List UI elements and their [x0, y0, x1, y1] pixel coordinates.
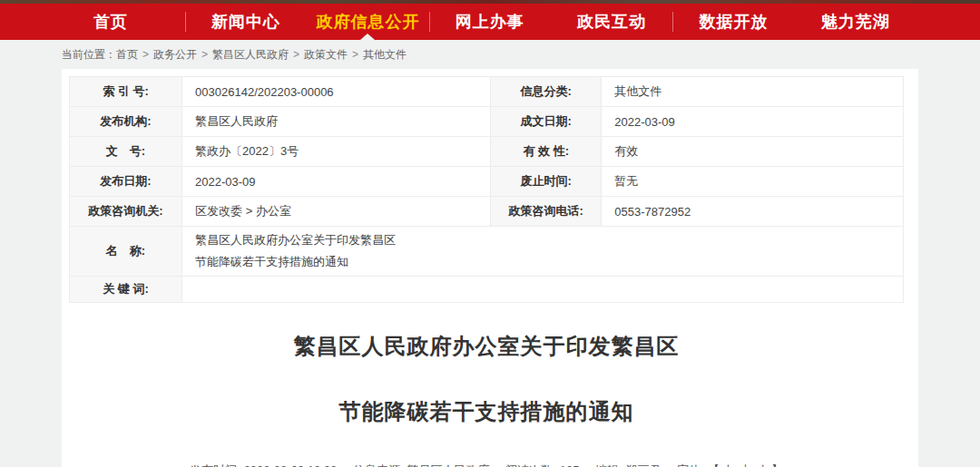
breadcrumb-label: 当前位置：	[62, 47, 116, 63]
meta-publish-time-label: 发布时间:	[190, 463, 240, 467]
nav-item-label: 首页	[93, 11, 128, 33]
field-label-keywords: 关 键 词:	[70, 277, 182, 303]
font-size-medium-button[interactable]: 中	[740, 463, 751, 467]
document-name-line1: 繁昌区人民政府办公室关于印发繁昌区	[195, 229, 890, 251]
nav-item-label: 魅力芜湖	[821, 11, 890, 33]
font-size-bracket-open: 【	[708, 463, 720, 467]
info-row: 发布机构: 繁昌区人民政府 成文日期: 2022-03-09	[70, 107, 904, 137]
nav-item-open-data[interactable]: 数据开放	[672, 4, 794, 40]
publish-meta-line: 发布时间:2022-03-09 10:22 信息来源:繁昌区人民政府 阅读次数:…	[69, 462, 904, 467]
document-title-line1: 繁昌区人民政府办公室关于印发繁昌区	[69, 332, 904, 361]
field-label-publish-date: 发布日期:	[70, 167, 182, 197]
font-size-bracket-close: 】	[771, 463, 783, 467]
nav-item-home[interactable]: 首页	[36, 4, 185, 40]
meta-editor-value: 郑丽君	[626, 463, 662, 467]
font-size-label: 字体:	[677, 463, 704, 467]
nav-item-label: 网上办事	[456, 11, 524, 33]
field-value-written-date: 2022-03-09	[602, 107, 904, 137]
field-value-consult-phone: 0553-7872952	[602, 197, 904, 227]
meta-source-value: 繁昌区人民政府	[407, 463, 490, 467]
nav-item-news-center[interactable]: 新闻中心	[185, 4, 307, 40]
nav-item-charming-wuhu[interactable]: 魅力芜湖	[795, 4, 916, 40]
meta-editor: 编辑:郑丽君	[595, 463, 664, 467]
breadcrumb-item-fanchang-gov[interactable]: 繁昌区人民政府	[212, 47, 289, 63]
breadcrumb-separator: >	[201, 48, 208, 61]
info-row: 政策咨询机关: 区发改委 > 办公室 政策咨询电话: 0553-7872952	[70, 197, 904, 227]
nav-item-label: 政府信息公开	[316, 11, 419, 33]
field-value-keywords	[182, 277, 904, 303]
field-label-document-name: 名 称:	[70, 227, 182, 277]
field-label-doc-number: 文 号:	[70, 137, 182, 167]
meta-view-count-label: 阅读次数:	[505, 463, 556, 467]
field-value-issuing-agency: 繁昌区人民政府	[182, 107, 491, 137]
meta-editor-label: 编辑:	[595, 463, 622, 467]
info-row: 发布日期: 2022-03-09 废止时间: 暂无	[70, 167, 904, 197]
font-size-small-button[interactable]: 小	[757, 463, 769, 467]
breadcrumb-item-home[interactable]: 首页	[116, 47, 138, 63]
nav-item-label: 政民互动	[577, 11, 646, 33]
document-name-line2: 节能降碳若干支持措施的通知	[195, 251, 890, 273]
breadcrumb: 当前位置： 首页 > 政务公开 > 繁昌区人民政府 > 政策文件 > 其他文件	[0, 40, 980, 69]
meta-view-count: 阅读次数:135	[505, 463, 583, 467]
field-value-index-number: 003026142/202203-00006	[182, 77, 491, 107]
field-label-validity: 有 效 性:	[491, 137, 602, 167]
meta-publish-time: 发布时间:2022-03-09 10:22	[190, 463, 340, 467]
field-value-publish-date: 2022-03-09	[182, 167, 491, 197]
nav-item-public-interaction[interactable]: 政民互动	[551, 4, 672, 40]
nav-item-label: 新闻中心	[211, 11, 280, 33]
info-row: 文 号: 繁政办〔2022〕3号 有 效 性: 有效	[70, 137, 904, 167]
breadcrumb-separator: >	[142, 48, 149, 61]
field-value-consult-agency: 区发改委 > 办公室	[182, 197, 491, 227]
field-label-repeal-time: 废止时间:	[491, 167, 602, 197]
font-size-large-button[interactable]: 大	[722, 463, 734, 467]
field-value-doc-number: 繁政办〔2022〕3号	[182, 137, 491, 167]
breadcrumb-item-other-files: 其他文件	[363, 47, 407, 63]
meta-publish-time-value: 2022-03-09 10:22	[244, 463, 338, 467]
field-label-info-category: 信息分类:	[491, 77, 602, 107]
nav-item-label: 数据开放	[699, 11, 768, 33]
document-title-line2: 节能降碳若干支持措施的通知	[69, 397, 904, 426]
info-row: 关 键 词:	[70, 277, 904, 303]
field-label-written-date: 成文日期:	[491, 107, 602, 137]
font-size-switcher: 字体:【大中小】	[677, 463, 783, 467]
field-value-validity: 有效	[602, 137, 904, 167]
field-label-consult-phone: 政策咨询电话:	[491, 197, 602, 227]
field-value-info-category: 其他文件	[602, 77, 904, 107]
content-card: 索 引 号: 003026142/202203-00006 信息分类: 其他文件…	[62, 69, 918, 467]
info-row: 名 称: 繁昌区人民政府办公室关于印发繁昌区 节能降碳若干支持措施的通知	[70, 227, 904, 277]
active-tab-indicator-triangle	[360, 34, 375, 40]
main-navigation: 首页 新闻中心 政府信息公开 网上办事 政民互动 数据开放 魅力芜湖	[0, 4, 980, 40]
meta-view-count-value: 135	[560, 463, 580, 467]
document-title: 繁昌区人民政府办公室关于印发繁昌区 节能降碳若干支持措施的通知	[69, 332, 904, 426]
field-value-document-name: 繁昌区人民政府办公室关于印发繁昌区 节能降碳若干支持措施的通知	[182, 227, 904, 277]
field-value-repeal-time: 暂无	[602, 167, 904, 197]
breadcrumb-separator: >	[352, 48, 358, 61]
field-label-issuing-agency: 发布机构:	[70, 107, 182, 137]
document-info-table: 索 引 号: 003026142/202203-00006 信息分类: 其他文件…	[69, 76, 904, 303]
field-label-consult-agency: 政策咨询机关:	[70, 197, 182, 227]
nav-item-online-services[interactable]: 网上办事	[429, 4, 551, 40]
field-label-index-number: 索 引 号:	[70, 77, 182, 107]
breadcrumb-separator: >	[293, 48, 299, 61]
info-row: 索 引 号: 003026142/202203-00006 信息分类: 其他文件	[70, 77, 904, 107]
meta-source-label: 信息来源:	[353, 463, 404, 467]
meta-source: 信息来源:繁昌区人民政府	[353, 463, 493, 467]
breadcrumb-item-policy-files[interactable]: 政策文件	[304, 47, 348, 63]
breadcrumb-item-gov-affairs[interactable]: 政务公开	[153, 47, 197, 63]
